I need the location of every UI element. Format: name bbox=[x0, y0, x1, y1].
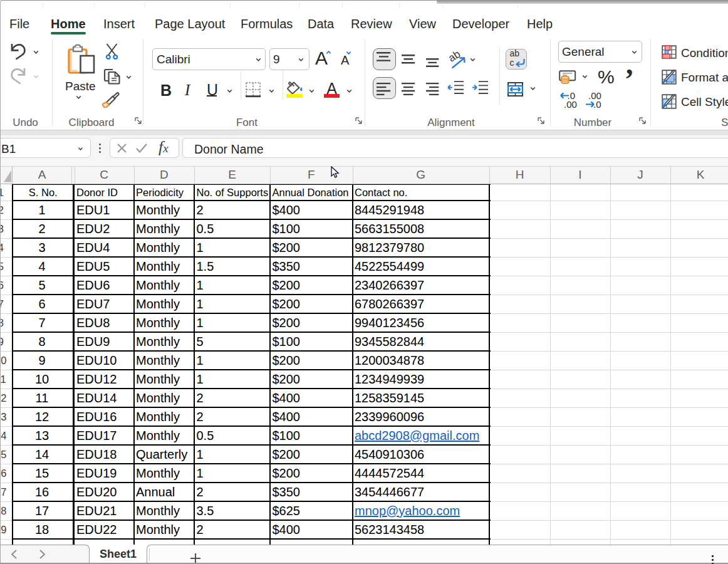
svg-text:.00: .00 bbox=[564, 99, 577, 108]
svg-text:.0: .0 bbox=[593, 99, 601, 108]
